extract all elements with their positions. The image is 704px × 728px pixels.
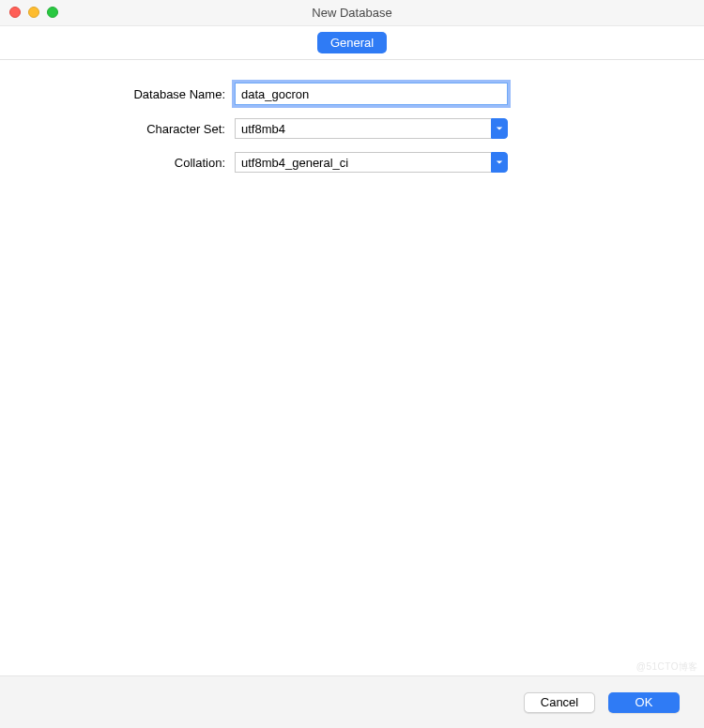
character-set-label: Character Set: <box>0 122 235 136</box>
watermark: @51CTO博客 <box>636 660 698 674</box>
close-window-button[interactable] <box>9 7 21 18</box>
tab-bar: General <box>0 26 704 60</box>
collation-row: Collation: utf8mb4_general_ci <box>0 152 704 173</box>
tab-general[interactable]: General <box>317 32 387 53</box>
character-set-row: Character Set: utf8mb4 <box>0 118 704 139</box>
minimize-window-button[interactable] <box>28 7 39 18</box>
form-area: Database Name: Character Set: utf8mb4 Co… <box>0 60 704 173</box>
cancel-button[interactable]: Cancel <box>524 692 595 713</box>
window-title: New Database <box>312 6 391 20</box>
chevron-down-icon[interactable] <box>491 118 508 139</box>
collation-label: Collation: <box>0 156 235 170</box>
chevron-down-icon[interactable] <box>491 152 508 173</box>
ok-button[interactable]: OK <box>608 692 680 713</box>
footer: Cancel OK <box>0 675 704 728</box>
traffic-lights <box>9 7 58 18</box>
collation-select[interactable]: utf8mb4_general_ci <box>235 152 508 173</box>
database-name-input[interactable] <box>235 83 508 105</box>
collation-value: utf8mb4_general_ci <box>235 152 491 173</box>
database-name-row: Database Name: <box>0 83 704 105</box>
character-set-value: utf8mb4 <box>235 118 491 139</box>
titlebar: New Database <box>0 0 704 26</box>
database-name-label: Database Name: <box>0 87 235 101</box>
database-name-input-wrapper <box>235 83 508 105</box>
maximize-window-button[interactable] <box>47 7 58 18</box>
character-set-select[interactable]: utf8mb4 <box>235 118 508 139</box>
